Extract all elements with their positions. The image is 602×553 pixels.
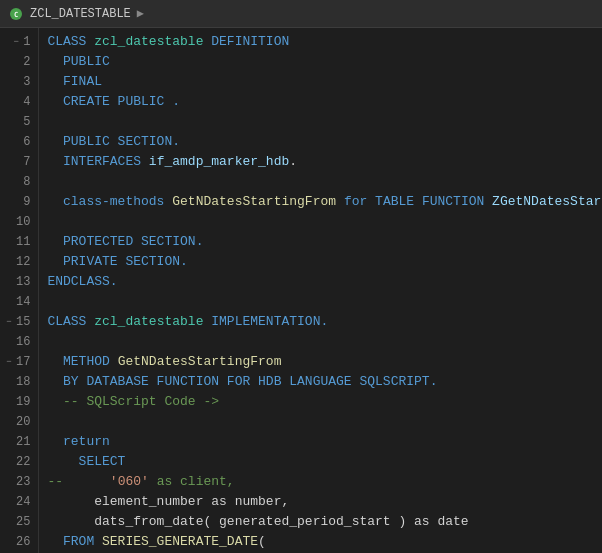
line-number: 8 bbox=[0, 172, 38, 192]
fold-icon bbox=[11, 57, 21, 67]
fold-icon bbox=[4, 477, 14, 487]
fold-icon bbox=[4, 517, 14, 527]
title-separator: ▶ bbox=[137, 6, 144, 21]
code-line bbox=[47, 212, 602, 232]
line-number: 5 bbox=[0, 112, 38, 132]
fold-icon bbox=[4, 257, 14, 267]
line-number: 18 bbox=[0, 372, 38, 392]
line-number: 14 bbox=[0, 292, 38, 312]
code-line bbox=[47, 292, 602, 312]
code-line: -- SQLScript Code -> bbox=[47, 392, 602, 412]
code-line: INTERFACES if_amdp_marker_hdb. bbox=[47, 152, 602, 172]
line-number: 9 bbox=[0, 192, 38, 212]
fold-icon bbox=[4, 377, 14, 387]
code-line: FINAL bbox=[47, 72, 602, 92]
fold-icon bbox=[4, 537, 14, 547]
fold-icon bbox=[4, 417, 14, 427]
fold-icon[interactable]: − bbox=[4, 317, 14, 327]
fold-icon bbox=[11, 77, 21, 87]
code-line: return bbox=[47, 432, 602, 452]
code-line bbox=[47, 412, 602, 432]
line-number: 12 bbox=[0, 252, 38, 272]
line-numbers: −1234567891011121314−1516−17181920212223… bbox=[0, 28, 39, 553]
fold-icon bbox=[4, 277, 14, 287]
line-number: 13 bbox=[0, 272, 38, 292]
line-number: −1 bbox=[0, 32, 38, 52]
line-number: 23 bbox=[0, 472, 38, 492]
code-line bbox=[47, 112, 602, 132]
code-line bbox=[47, 332, 602, 352]
line-number: 2 bbox=[0, 52, 38, 72]
line-number: 22 bbox=[0, 452, 38, 472]
title-icon: C bbox=[8, 6, 24, 22]
line-number: 21 bbox=[0, 432, 38, 452]
code-line bbox=[47, 172, 602, 192]
fold-icon bbox=[11, 177, 21, 187]
code-line: ENDCLASS. bbox=[47, 272, 602, 292]
line-number: 10 bbox=[0, 212, 38, 232]
fold-icon bbox=[11, 97, 21, 107]
code-line: element_number as number, bbox=[47, 492, 602, 512]
line-number: −15 bbox=[0, 312, 38, 332]
fold-icon bbox=[11, 117, 21, 127]
line-number: 4 bbox=[0, 92, 38, 112]
code-line: CLASS zcl_datestable DEFINITION bbox=[47, 32, 602, 52]
code-line: BY DATABASE FUNCTION FOR HDB LANGUAGE SQ… bbox=[47, 372, 602, 392]
title-bar: C ZCL_DATESTABLE ▶ bbox=[0, 0, 602, 28]
code-line: -- '060' as client, bbox=[47, 472, 602, 492]
line-number: 25 bbox=[0, 512, 38, 532]
line-number: 19 bbox=[0, 392, 38, 412]
line-number: 24 bbox=[0, 492, 38, 512]
line-number: 20 bbox=[0, 412, 38, 432]
code-line: dats_from_date( generated_period_start )… bbox=[47, 512, 602, 532]
line-number: 6 bbox=[0, 132, 38, 152]
fold-icon[interactable]: − bbox=[11, 37, 21, 47]
code-line: PUBLIC SECTION. bbox=[47, 132, 602, 152]
fold-icon bbox=[4, 437, 14, 447]
code-line: CLASS zcl_datestable IMPLEMENTATION. bbox=[47, 312, 602, 332]
code-line: PUBLIC bbox=[47, 52, 602, 72]
fold-icon bbox=[4, 457, 14, 467]
line-number: 3 bbox=[0, 72, 38, 92]
code-line: METHOD GetNDatesStartingFrom bbox=[47, 352, 602, 372]
fold-icon bbox=[4, 297, 14, 307]
fold-icon bbox=[4, 217, 14, 227]
line-number: 16 bbox=[0, 332, 38, 352]
fold-icon bbox=[4, 497, 14, 507]
fold-icon[interactable]: − bbox=[4, 357, 14, 367]
line-number: −17 bbox=[0, 352, 38, 372]
editor-container: −1234567891011121314−1516−17181920212223… bbox=[0, 28, 602, 553]
fold-icon bbox=[11, 137, 21, 147]
fold-icon bbox=[4, 397, 14, 407]
svg-text:C: C bbox=[14, 11, 18, 19]
code-area: CLASS zcl_datestable DEFINITION PUBLIC F… bbox=[39, 28, 602, 553]
fold-icon bbox=[11, 157, 21, 167]
code-line: SELECT bbox=[47, 452, 602, 472]
line-number: 11 bbox=[0, 232, 38, 252]
fold-icon bbox=[11, 197, 21, 207]
code-line: PROTECTED SECTION. bbox=[47, 232, 602, 252]
fold-icon bbox=[4, 237, 14, 247]
code-line: FROM SERIES_GENERATE_DATE( bbox=[47, 532, 602, 552]
code-line: class-methods GetNDatesStartingFrom for … bbox=[47, 192, 602, 212]
title-text: ZCL_DATESTABLE bbox=[30, 7, 131, 21]
line-number: 7 bbox=[0, 152, 38, 172]
line-number: 26 bbox=[0, 532, 38, 552]
code-line: PRIVATE SECTION. bbox=[47, 252, 602, 272]
code-line: CREATE PUBLIC . bbox=[47, 92, 602, 112]
fold-icon bbox=[4, 337, 14, 347]
